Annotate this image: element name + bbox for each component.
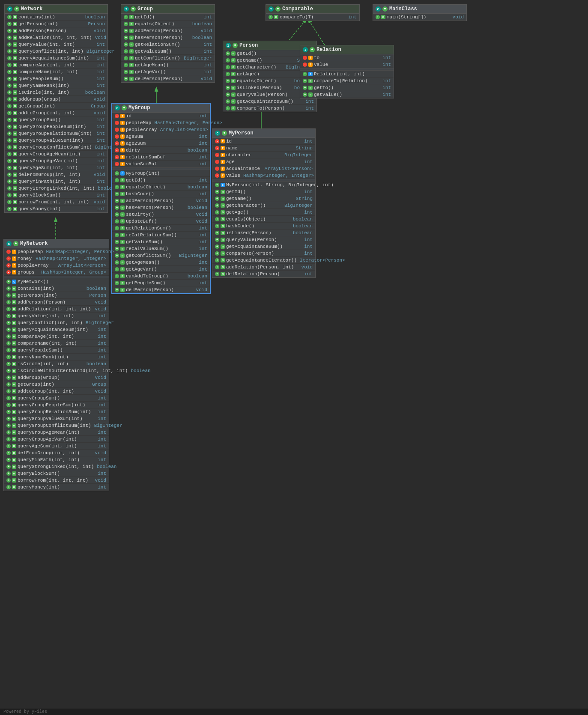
method-row[interactable]: +mdelFromGroup(int, int)void [4, 450, 109, 456]
field-row[interactable]: -ftoint [300, 54, 394, 61]
method-row[interactable]: +mgetId()int [112, 177, 210, 184]
method-row[interactable]: +misCircle(int, int)boolean [5, 89, 107, 96]
method-row[interactable]: +maddtoGroup(int, int)void [5, 110, 107, 116]
method-row[interactable]: +mgetAgeMean()int [112, 259, 210, 266]
method-row[interactable]: +mqueryConflict(int, int)BigInteger [5, 48, 107, 55]
method-row[interactable]: +mqueryGroupRelationSum(int)int [4, 408, 109, 415]
class-relation[interactable]: I ● Relation -ftoint-fvalueint +cRelatio… [300, 45, 394, 98]
method-row[interactable]: +mqueryPeopleSum()int [4, 347, 109, 354]
class-network[interactable]: I ● Network +mcontains(int)boolean+mgetP… [4, 4, 108, 213]
method-row[interactable]: +mgetAcquaintanceSum()int [212, 243, 315, 250]
field-row[interactable]: -fpeopleMapHashMap<Integer, Person> [4, 248, 109, 255]
field-row[interactable]: -frelationSumBufint [112, 154, 210, 161]
method-row[interactable]: +misCircleWithoutCertainId(int, int, int… [4, 367, 109, 374]
method-row[interactable]: +mqueryGroupPeopleSum(int)int [5, 123, 107, 130]
method-row[interactable]: +mqueryMinPath(int, int)int [5, 178, 107, 185]
method-row[interactable]: +mmain(String[])void [373, 14, 466, 21]
field-row[interactable]: -fage2Sumint [112, 140, 210, 147]
field-row[interactable]: -fageSumint [112, 133, 210, 140]
class-myperson[interactable]: C ● MyPerson -fidint-fnameString-fcharac… [212, 128, 316, 278]
method-row[interactable]: +mgetAcquaintanceIterator()Iterator<Pers… [212, 257, 315, 264]
class-group[interactable]: I ● Group +mgetId()int+mequals(Object)bo… [121, 4, 215, 83]
method-row[interactable]: +mgetValueSum()int [112, 238, 210, 245]
method-row[interactable]: +maddtoGroup(int, int)void [4, 388, 109, 395]
method-row[interactable]: +mqueryConflict(int, int)BigInteger [4, 319, 109, 326]
field-row[interactable]: -fidint [112, 113, 210, 119]
method-row[interactable]: +mgetValueSum()int [121, 48, 215, 55]
method-row[interactable]: +mqueryAcquaintanceSum(int)int [4, 326, 109, 333]
method-row[interactable]: +mcompareTo(Person)int [212, 250, 315, 257]
method-row[interactable]: +mgetRelationSum()int [121, 41, 215, 48]
method-row[interactable]: +mqueryGroupAgeVar(int)int [4, 436, 109, 443]
method-row[interactable]: +mgetAgeVar()int [121, 69, 215, 75]
method-row[interactable]: +mdelRelation(Person)int [212, 271, 315, 277]
method-row[interactable]: +mqueryGroupConflictSum(int)BigInteger [5, 144, 107, 151]
method-row[interactable]: +mqueryAcquaintanceSum(int)int [5, 55, 107, 62]
method-row[interactable]: +mqueryBlockSum()int [4, 470, 109, 477]
method-row[interactable]: +mgetPeopleSum()int [112, 280, 210, 286]
method-row[interactable]: +mgetId()int [212, 188, 315, 195]
method-row[interactable]: +mgetConflictSum()BigInteger [112, 252, 210, 259]
method-row[interactable]: +mreCalValueSum()int [112, 245, 210, 252]
method-row[interactable]: +maddPerson(Person)void [5, 27, 107, 34]
method-row[interactable]: +mgetValue()int [300, 91, 394, 98]
field-row[interactable]: -fvalueHashMap<Integer, Integer> [212, 172, 315, 179]
method-row[interactable]: +mqueryValue(int, int)int [5, 41, 107, 48]
method-row[interactable]: +mgetRelationSum()int [112, 225, 210, 232]
field-row[interactable]: -fnameString [212, 145, 315, 152]
method-row[interactable]: +mqueryGroupValueSum(int)int [5, 137, 107, 144]
method-row[interactable]: +mqueryBlockSum()int [5, 192, 107, 199]
method-row[interactable]: +mqueryGroupSum()int [4, 395, 109, 402]
field-row[interactable]: -fmoneyHashMap<Integer, Integer> [4, 255, 109, 262]
field-row[interactable]: -fgroupsHashMap<Integer, Group> [4, 269, 109, 276]
field-row[interactable]: -fpeopleArrayArrayList<Person> [4, 262, 109, 269]
method-row[interactable]: +mgetAge()int [212, 209, 315, 216]
method-row[interactable]: +mhashCode()boolean [212, 223, 315, 229]
method-row[interactable]: +maddPerson(Person)void [121, 27, 215, 34]
field-row[interactable]: -fdirtyboolean [112, 147, 210, 154]
method-row[interactable]: +mdelPerson(Person)void [121, 75, 215, 82]
method-row[interactable]: +mgetAgeVar()int [112, 266, 210, 273]
method-row[interactable]: +mcanAddToGroup()boolean [112, 273, 210, 280]
method-row[interactable]: +mqueryPeopleSum()int [5, 75, 107, 82]
method-row[interactable]: +mcontains(int)boolean [4, 285, 109, 292]
method-row[interactable]: +mgetCharacter()BigInteger [212, 202, 315, 209]
method-row[interactable]: +mequals(Object)boolean [212, 216, 315, 223]
method-row[interactable]: +mcompareTo(Relation)int [300, 77, 394, 84]
field-row[interactable]: -fidint [212, 138, 315, 145]
method-row[interactable]: +mqueryMinPath(int, int)int [4, 456, 109, 463]
method-row[interactable]: +mgetId()int [121, 14, 215, 21]
method-row[interactable]: +mhashCode()int [112, 191, 210, 197]
method-row[interactable]: +maddGroup(Group)void [4, 374, 109, 381]
method-row[interactable]: +mupdateBuf()void [112, 218, 210, 225]
method-row[interactable]: +mgetTo()int [300, 84, 394, 91]
method-row[interactable]: +mqueryStrongLinked(int, int)boolean [4, 463, 109, 470]
method-row[interactable]: +mdelFromGroup(int, int)void [5, 171, 107, 178]
method-row[interactable]: +mqueryAgeSum(int, int)int [5, 164, 107, 171]
method-row[interactable]: +mqueryMoney(int)int [5, 206, 107, 212]
method-row[interactable]: +maddPerson(Person)void [4, 299, 109, 306]
method-row[interactable]: +mcompareTo(Person)int [223, 105, 316, 112]
method-row[interactable]: +mcompareAge(int, int)int [4, 333, 109, 340]
method-row[interactable]: +mcompareAge(int, int)int [5, 62, 107, 69]
method-row[interactable]: +maddRelation(int, int, int)void [4, 306, 109, 313]
method-row[interactable]: +mqueryGroupAgeVar(int)int [5, 158, 107, 164]
method-row[interactable]: +mborrowFrom(int, int, int)void [4, 477, 109, 484]
constructor-row[interactable]: +cMyPerson(int, String, BigInteger, int) [212, 182, 315, 188]
method-row[interactable]: +mqueryAgeSum(int, int)int [4, 443, 109, 450]
method-row[interactable]: +mcontains(int)boolean [5, 14, 107, 21]
method-row[interactable]: +mqueryGroupValueSum(int)int [4, 415, 109, 422]
method-row[interactable]: +mcompareName(int, int)int [4, 340, 109, 347]
class-comparable[interactable]: I ● Comparable +mcompareTo(T)int [266, 4, 360, 21]
method-row[interactable]: +mdelPerson(Person)void [112, 286, 210, 293]
constructor-row[interactable]: +cMyNetwork() [4, 278, 109, 285]
constructor-row[interactable]: +cMyGroup(int) [112, 170, 210, 177]
method-row[interactable]: +mqueryGroupPeopleSum(int)int [4, 402, 109, 408]
class-mynetwork[interactable]: C ● MyNetwork -fpeopleMapHashMap<Integer… [3, 239, 109, 491]
method-row[interactable]: +mequals(Object)boolean [121, 21, 215, 27]
method-row[interactable]: +msetDirty()void [112, 211, 210, 218]
method-row[interactable]: +maddRelation(int, int, int)void [5, 34, 107, 41]
field-row[interactable]: -fpeopleMapHashMap<Integer, Person> [112, 119, 210, 126]
method-row[interactable]: +maddPerson(Person)void [112, 197, 210, 204]
method-row[interactable]: +mgetGroup(int)Group [4, 381, 109, 388]
